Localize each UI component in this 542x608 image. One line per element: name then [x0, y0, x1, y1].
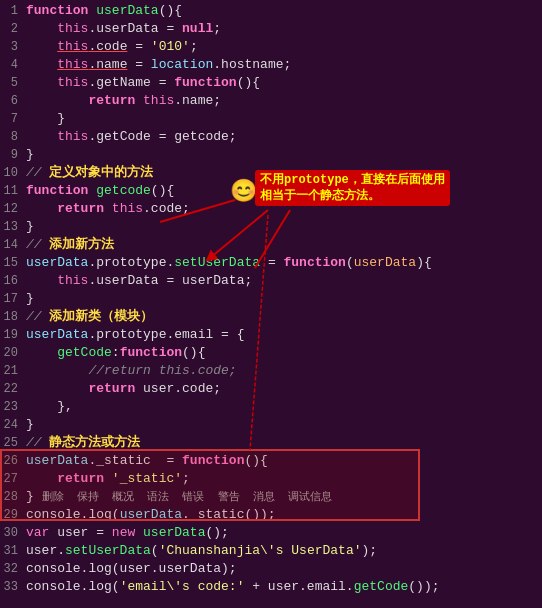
code-line-8: 8 this.getCode = getcode; [0, 128, 542, 146]
code-line-9: 9 } [0, 146, 542, 164]
annotation-text-2: 相当于一个静态方法。 [260, 189, 380, 203]
smiley-icon: 😊 [230, 178, 257, 205]
code-line-28: 28 } 删除 保持 概况 语法 错误 警告 消息 调试信息 [0, 488, 542, 506]
code-line-22: 22 return user.code; [0, 380, 542, 398]
code-area: 1 function userData(){ 2 this.userData =… [0, 0, 542, 598]
code-line-16: 16 this.userData = userData; [0, 272, 542, 290]
code-line-26: 26 userData._static = function(){ [0, 452, 542, 470]
editor-container: 1 function userData(){ 2 this.userData =… [0, 0, 542, 608]
code-line-29: 29 console.log(userData._static()); [0, 506, 542, 524]
code-line-27: 27 return '_static'; [0, 470, 542, 488]
code-line-4: 4 this.name = location.hostname; [0, 56, 542, 74]
code-line-2: 2 this.userData = null; [0, 20, 542, 38]
code-line-18: 18 // 添加新类（模块） [0, 308, 542, 326]
code-line-24: 24 } [0, 416, 542, 434]
code-line-33: 33 console.log('email\'s code:' + user.e… [0, 578, 542, 596]
code-line-30: 30 var user = new userData(); [0, 524, 542, 542]
code-line-15: 15 userData.prototype.setUserData = func… [0, 254, 542, 272]
code-line-32: 32 console.log(user.userData); [0, 560, 542, 578]
code-line-3: 3 this.code = '010'; [0, 38, 542, 56]
code-line-31: 31 user.setUserData('Chuanshanjia\'s Use… [0, 542, 542, 560]
code-line-14: 14 // 添加新方法 [0, 236, 542, 254]
code-line-17: 17 } [0, 290, 542, 308]
code-line-21: 21 //return this.code; [0, 362, 542, 380]
code-line-5: 5 this.getName = function(){ [0, 74, 542, 92]
annotation-text-1: 不用prototype，直接在后面使用 [260, 173, 445, 187]
code-line-7: 7 } [0, 110, 542, 128]
code-line-20: 20 getCode:function(){ [0, 344, 542, 362]
annotation-box: 不用prototype，直接在后面使用 相当于一个静态方法。 [255, 170, 450, 206]
code-line-25: 25 // 静态方法或方法 [0, 434, 542, 452]
code-line-6: 6 return this.name; [0, 92, 542, 110]
code-line-23: 23 }, [0, 398, 542, 416]
code-line-13: 13 } [0, 218, 542, 236]
code-line-1: 1 function userData(){ [0, 2, 542, 20]
code-line-19: 19 userData.prototype.email = { [0, 326, 542, 344]
